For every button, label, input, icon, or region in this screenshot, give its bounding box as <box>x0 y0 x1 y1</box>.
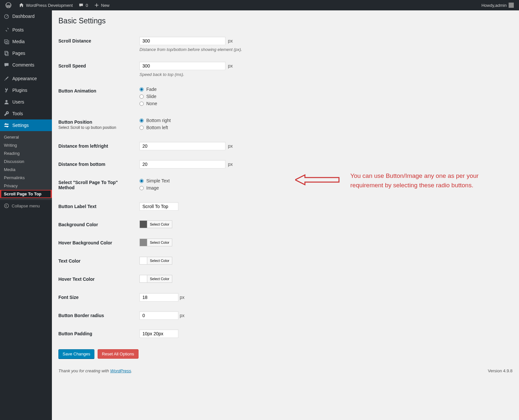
howdy-item[interactable]: Howdy, admin <box>479 0 516 10</box>
font-size-input[interactable] <box>139 293 178 302</box>
scroll-speed-desc: Speed back to top (ms). <box>139 72 509 77</box>
footer-wp-link[interactable]: WordPress <box>110 368 131 373</box>
button-position-sublabel: Select Scroll to up button position <box>58 125 133 130</box>
submenu-item-reading[interactable]: Reading <box>0 149 52 157</box>
sidebar-item-settings[interactable]: Settings <box>0 119 52 131</box>
padding-label: Button Padding <box>58 325 136 343</box>
wp-logo-item[interactable] <box>3 0 16 10</box>
sidebar-item-tools[interactable]: Tools <box>0 108 52 119</box>
svg-rect-3 <box>5 51 7 55</box>
save-button[interactable]: Save Changes <box>58 349 94 359</box>
sidebar-item-dashboard[interactable]: Dashboard <box>0 10 52 22</box>
hover-bg-color-button[interactable]: Select Color <box>147 239 172 246</box>
border-radius-unit: px <box>180 313 185 318</box>
sidebar-item-plugins[interactable]: Plugins <box>0 84 52 96</box>
sidebar-item-label: Pages <box>12 51 25 56</box>
comments-item[interactable]: 0 <box>75 0 91 10</box>
sidebar-item-label: Tools <box>12 111 23 116</box>
footer-thank-prefix: Thank you for creating with <box>58 368 110 373</box>
bg-color-button[interactable]: Select Color <box>147 220 172 228</box>
settings-form: Scroll Distance px Distance from top/bot… <box>58 32 513 343</box>
svg-rect-7 <box>5 126 9 127</box>
pin-icon <box>3 27 10 33</box>
submenu-item-media[interactable]: Media <box>0 166 52 174</box>
hover-text-color-button[interactable]: Select Color <box>147 275 172 283</box>
comments-count: 0 <box>86 3 88 8</box>
settings-submenu: GeneralWritingReadingDiscussionMediaPerm… <box>0 131 52 200</box>
text-color-swatch[interactable] <box>139 257 147 265</box>
svg-rect-9 <box>7 127 8 128</box>
submenu-item-writing[interactable]: Writing <box>0 141 52 149</box>
sidebar-item-label: Media <box>12 39 25 44</box>
collapse-label: Collapse menu <box>12 204 40 208</box>
svg-rect-8 <box>5 123 6 124</box>
site-name-item[interactable]: WordPress Development <box>16 0 75 10</box>
animation-slide-radio[interactable] <box>139 94 144 99</box>
sidebar-item-users[interactable]: Users <box>0 96 52 108</box>
sidebar-item-appearance[interactable]: Appearance <box>0 73 52 84</box>
font-size-label: Font Size <box>58 288 136 306</box>
new-label: New <box>101 3 110 8</box>
howdy-prefix: Howdy, <box>481 3 495 8</box>
animation-slide-row[interactable]: Slide <box>139 94 509 99</box>
sidebar-item-comments[interactable]: Comments <box>0 59 52 71</box>
distance-bottom-input[interactable] <box>139 160 225 168</box>
submenu-item-scroll-page-to-top[interactable]: Scroll Page To Top <box>0 190 52 198</box>
border-radius-input[interactable] <box>139 311 178 320</box>
sidebar-item-media[interactable]: Media <box>0 36 52 47</box>
sidebar-item-posts[interactable]: Posts <box>0 24 52 36</box>
collapse-menu[interactable]: Collapse menu <box>0 200 52 212</box>
method-text-radio[interactable] <box>139 179 144 183</box>
reset-button[interactable]: Reset All Options <box>98 349 139 359</box>
bg-color-swatch[interactable] <box>139 220 147 228</box>
font-size-unit: px <box>180 295 185 300</box>
position-left-radio[interactable] <box>139 126 144 130</box>
text-color-button[interactable]: Select Color <box>147 257 172 265</box>
wordpress-logo-icon <box>5 2 12 8</box>
animation-none-radio[interactable] <box>139 102 144 106</box>
sidebar-item-pages[interactable]: Pages <box>0 47 52 59</box>
sidebar-item-label: Users <box>12 99 24 105</box>
method-image-radio[interactable] <box>139 186 144 190</box>
padding-input[interactable] <box>139 329 178 338</box>
svg-rect-4 <box>6 52 8 56</box>
gear-icon <box>3 122 10 129</box>
svg-point-10 <box>5 204 9 208</box>
position-right-row[interactable]: Bottom right <box>139 118 509 123</box>
collapse-icon <box>3 203 10 209</box>
submenu-item-permalinks[interactable]: Permalinks <box>0 174 52 182</box>
brush-icon <box>3 75 10 82</box>
gauge-icon <box>3 13 10 19</box>
animation-fade-radio[interactable] <box>139 87 144 92</box>
home-icon <box>18 2 25 8</box>
button-animation-label: Button Animation <box>58 82 136 113</box>
position-right-radio[interactable] <box>139 118 144 123</box>
button-label-text-label: Button Label Text <box>58 197 136 216</box>
svg-marker-11 <box>295 175 339 185</box>
sidebar-item-label: Plugins <box>12 88 27 93</box>
comment-icon <box>3 62 10 68</box>
animation-fade-row[interactable]: Fade <box>139 87 509 92</box>
submenu-item-general[interactable]: General <box>0 133 52 141</box>
scroll-distance-input[interactable] <box>139 37 225 45</box>
page-title: Basic Settings <box>58 14 513 32</box>
position-left-row[interactable]: Bottom left <box>139 125 509 130</box>
pages-icon <box>3 50 10 56</box>
submenu-item-privacy[interactable]: Privacy <box>0 182 52 190</box>
scroll-distance-desc: Distance from top/bottom before showing … <box>139 47 509 52</box>
button-label-text-input[interactable] <box>139 202 178 211</box>
distance-lr-label: Distance from left/right <box>58 137 136 155</box>
distance-bottom-unit: px <box>228 162 233 167</box>
animation-none-row[interactable]: None <box>139 101 509 106</box>
avatar <box>509 3 514 8</box>
new-item[interactable]: New <box>91 0 112 10</box>
svg-point-1 <box>5 15 9 19</box>
wrench-icon <box>3 110 10 117</box>
hover-bg-color-swatch[interactable] <box>139 239 147 246</box>
hover-text-color-swatch[interactable] <box>139 275 147 283</box>
distance-lr-unit: px <box>228 143 233 149</box>
admin-bar: WordPress Development 0 New Howdy, admin <box>0 0 519 10</box>
submenu-item-discussion[interactable]: Discussion <box>0 157 52 166</box>
scroll-speed-input[interactable] <box>139 62 225 70</box>
distance-lr-input[interactable] <box>139 142 225 150</box>
